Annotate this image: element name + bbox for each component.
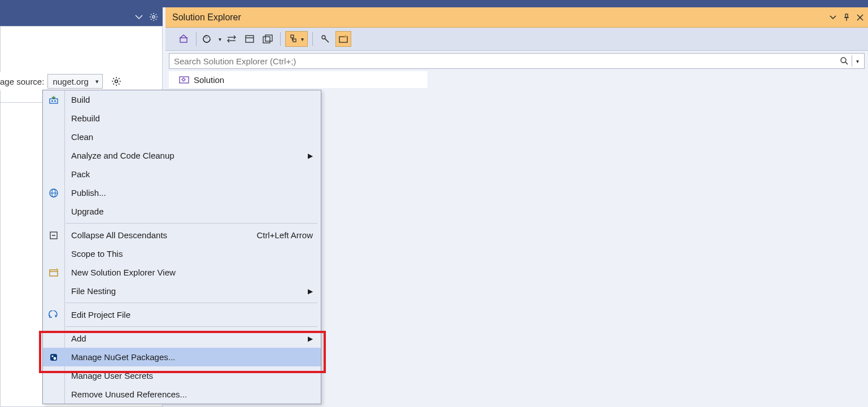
svg-line-17 bbox=[119, 78, 120, 79]
package-source-row: age source: nuget.org ▾ bbox=[0, 72, 145, 90]
properties-icon[interactable] bbox=[317, 31, 333, 47]
svg-rect-47 bbox=[50, 270, 58, 276]
menu-item-label: New Solution Explorer View bbox=[71, 268, 176, 277]
blank-icon bbox=[47, 370, 60, 382]
menu-item-label: Edit Project File bbox=[71, 310, 130, 320]
gear-icon[interactable] bbox=[148, 11, 159, 23]
menu-item-label: Remove Unused References... bbox=[71, 390, 187, 399]
svg-point-9 bbox=[115, 80, 118, 83]
menu-item-label: Manage NuGet Packages... bbox=[71, 352, 175, 362]
blank-icon bbox=[47, 388, 60, 401]
package-source-settings-button[interactable] bbox=[108, 74, 124, 89]
menu-item[interactable]: New Solution Explorer View bbox=[43, 263, 321, 282]
toolbar-separator bbox=[196, 32, 197, 46]
submenu-arrow-icon: ▶ bbox=[308, 287, 313, 295]
solution-explorer-title: Solution Explorer bbox=[172, 12, 241, 23]
solution-explorer-toolbar: ▾ ▾ bbox=[165, 28, 868, 51]
blank-icon bbox=[47, 150, 60, 162]
menu-item-label: File Nesting bbox=[71, 286, 116, 296]
window-position-icon[interactable] bbox=[827, 12, 839, 23]
svg-line-14 bbox=[114, 78, 115, 79]
solution-explorer-titlebar[interactable]: Solution Explorer bbox=[165, 7, 868, 28]
svg-rect-25 bbox=[246, 36, 254, 42]
panel-options-dropdown[interactable] bbox=[133, 11, 145, 23]
menu-item[interactable]: Rebuild bbox=[43, 109, 321, 128]
menu-separator bbox=[66, 303, 317, 303]
pin-icon[interactable] bbox=[841, 12, 852, 23]
svg-rect-39 bbox=[50, 99, 58, 103]
menu-item[interactable]: Upgrade bbox=[43, 202, 321, 221]
svg-line-7 bbox=[151, 19, 151, 19]
preview-icon[interactable] bbox=[335, 31, 351, 47]
submenu-arrow-icon: ▶ bbox=[308, 335, 313, 343]
search-icon[interactable] bbox=[839, 55, 850, 67]
close-icon[interactable] bbox=[854, 12, 866, 23]
menu-shortcut: Ctrl+Left Arrow bbox=[256, 230, 313, 240]
blank-icon bbox=[47, 112, 60, 125]
project-context-menu: BuildRebuildCleanAnalyze and Code Cleanu… bbox=[42, 90, 321, 404]
globe-icon bbox=[47, 187, 60, 199]
svg-line-8 bbox=[156, 14, 156, 15]
menu-item[interactable]: Add▶ bbox=[43, 329, 321, 348]
new-view-icon bbox=[47, 266, 60, 279]
solution-explorer-search: ▾ bbox=[169, 53, 865, 69]
show-all-files-icon[interactable]: ▾ bbox=[285, 31, 308, 47]
package-source-label: age source: bbox=[0, 77, 47, 86]
svg-line-15 bbox=[119, 84, 120, 85]
menu-item[interactable]: Edit Project File bbox=[43, 305, 321, 324]
svg-point-51 bbox=[54, 357, 56, 360]
svg-rect-27 bbox=[263, 37, 270, 43]
back-nav-icon[interactable]: ▾ bbox=[201, 31, 221, 47]
menu-item-label: Scope to This bbox=[71, 249, 123, 259]
menu-item-label: Pack bbox=[71, 169, 90, 179]
menu-item[interactable]: File Nesting▶ bbox=[43, 282, 321, 300]
svg-line-16 bbox=[114, 84, 115, 85]
menu-item-label: Clean bbox=[71, 132, 93, 142]
tree-root-node[interactable]: Solution bbox=[169, 71, 428, 88]
blank-icon bbox=[47, 205, 60, 218]
package-source-select[interactable]: nuget.org ▾ bbox=[47, 74, 103, 89]
menu-item[interactable]: Manage User Secrets bbox=[43, 366, 321, 385]
menu-item[interactable]: Build bbox=[43, 90, 321, 109]
menu-item[interactable]: Analyze and Code Cleanup▶ bbox=[43, 146, 321, 165]
svg-rect-18 bbox=[845, 14, 848, 17]
svg-rect-35 bbox=[339, 37, 347, 42]
search-input[interactable] bbox=[169, 53, 865, 69]
menu-item[interactable]: Clean bbox=[43, 128, 321, 146]
edit-icon bbox=[47, 309, 60, 321]
sync-icon[interactable] bbox=[224, 31, 239, 47]
svg-rect-23 bbox=[180, 38, 187, 42]
svg-point-36 bbox=[841, 58, 846, 63]
svg-rect-30 bbox=[293, 39, 296, 42]
toolbar-separator bbox=[312, 32, 313, 46]
blank-icon bbox=[47, 131, 60, 143]
svg-rect-29 bbox=[291, 35, 294, 38]
tree-root-label: Solution bbox=[194, 75, 224, 85]
search-options-dropdown[interactable]: ▾ bbox=[852, 55, 862, 67]
blank-icon bbox=[47, 332, 60, 345]
windows-icon[interactable] bbox=[260, 31, 276, 47]
svg-line-5 bbox=[151, 14, 151, 15]
menu-item[interactable]: Pack bbox=[43, 165, 321, 183]
menu-separator bbox=[66, 326, 317, 327]
solution-icon bbox=[179, 75, 189, 84]
menu-item[interactable]: Publish... bbox=[43, 183, 321, 202]
menu-item-label: Manage User Secrets bbox=[71, 371, 153, 380]
toolbar-separator bbox=[280, 32, 281, 46]
menu-item-label: Collapse All Descendants bbox=[71, 230, 167, 240]
menu-item[interactable]: Scope to This bbox=[43, 244, 321, 263]
menu-item[interactable]: Collapse All DescendantsCtrl+Left Arrow bbox=[43, 226, 321, 244]
home-icon[interactable] bbox=[176, 31, 191, 47]
menu-item[interactable]: Manage NuGet Packages... bbox=[43, 348, 321, 366]
chevron-down-icon: ▾ bbox=[95, 78, 99, 85]
menu-item-label: Analyze and Code Cleanup bbox=[71, 151, 175, 160]
blank-icon bbox=[47, 285, 60, 297]
build-icon bbox=[47, 94, 60, 106]
menu-item[interactable]: Remove Unused References... bbox=[43, 385, 321, 404]
left-panel-header bbox=[0, 7, 163, 26]
svg-rect-49 bbox=[50, 354, 57, 361]
svg-line-37 bbox=[845, 62, 848, 64]
window-icon[interactable] bbox=[242, 31, 258, 47]
menu-item-label: Publish... bbox=[71, 188, 106, 198]
window-rim bbox=[0, 0, 868, 7]
